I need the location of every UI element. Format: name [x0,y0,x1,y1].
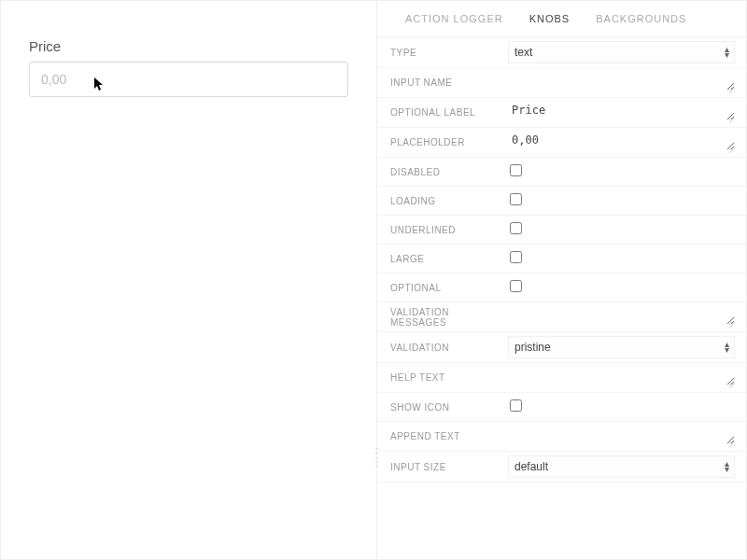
help-text-field[interactable] [508,367,735,385]
loading-checkbox[interactable] [510,193,522,205]
knob-row-input-size: INPUT SIZE default ▴▾ [377,452,746,483]
knob-row-input-name: INPUT NAME [377,68,746,98]
placeholder-field[interactable]: 0,00 [508,132,735,150]
knob-label: OPTIONAL LABEL [377,107,508,118]
price-input[interactable] [29,62,348,97]
knob-row-disabled: DISABLED [377,158,746,187]
preview-pane: Price [0,0,377,560]
knob-row-help-text: HELP TEXT [377,363,746,393]
knob-label: LARGE [377,254,508,264]
knob-row-validation: VALIDATION pristine ▴▾ [377,332,746,363]
append-text-field[interactable] [508,426,735,444]
underlined-checkbox[interactable] [510,222,522,234]
knob-row-large: LARGE [377,245,746,273]
knob-label: TYPE [377,48,508,58]
controls-pane: ACTION LOGGER KNOBS BACKGROUNDS TYPE tex… [377,0,747,560]
validation-messages-field[interactable] [508,306,735,325]
knob-label: PLACEHOLDER [377,137,508,147]
validation-select[interactable]: pristine [508,336,735,358]
knob-row-underlined: UNDERLINED [377,216,746,245]
large-checkbox[interactable] [510,251,522,263]
knob-row-validation-messages: VALIDATION MESSAGES [377,302,746,332]
knob-row-show-icon: SHOW ICON [377,393,746,422]
knob-row-loading: LOADING [377,187,746,216]
knob-label: INPUT NAME [377,77,508,88]
preview-field-label: Price [29,38,348,54]
knob-row-optional: OPTIONAL [377,273,746,302]
input-name-field[interactable] [508,72,735,91]
knob-label: LOADING [377,196,508,206]
tab-backgrounds[interactable]: BACKGROUNDS [596,1,686,36]
knob-list: TYPE text ▴▾ INPUT NAME OPTIONAL LABEL P… [377,37,746,559]
knob-row-type: TYPE text ▴▾ [377,37,746,68]
knob-label: APPEND TEXT [377,431,508,441]
knob-label: DISABLED [377,167,508,177]
tab-action-logger[interactable]: ACTION LOGGER [405,1,503,36]
knob-row-placeholder: PLACEHOLDER 0,00 [377,128,746,158]
knob-label: OPTIONAL [377,283,508,293]
knob-label: SHOW ICON [377,402,508,413]
addon-tabs: ACTION LOGGER KNOBS BACKGROUNDS [377,1,746,37]
tab-knobs[interactable]: KNOBS [529,1,571,36]
knob-label: INPUT SIZE [377,462,508,472]
knob-label: UNDERLINED [377,225,508,235]
disabled-checkbox[interactable] [510,164,522,176]
knob-label: VALIDATION [377,343,508,353]
optional-checkbox[interactable] [510,280,522,292]
knob-row-append-text: APPEND TEXT [377,422,746,452]
knob-row-optional-label: OPTIONAL LABEL Price [377,98,746,128]
pane-resize-handle[interactable] [375,448,379,467]
input-size-select[interactable]: default [508,455,735,478]
optional-label-field[interactable]: Price [508,102,735,120]
show-icon-checkbox[interactable] [510,399,522,412]
knob-label: HELP TEXT [377,372,508,383]
knob-label: VALIDATION MESSAGES [377,307,508,328]
type-select[interactable]: text [508,41,735,63]
